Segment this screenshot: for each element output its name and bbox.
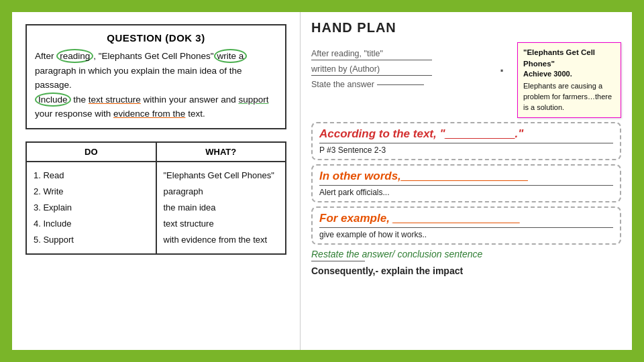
- table-row: 5. Support: [34, 232, 149, 248]
- according-label: According to the text, "___________.": [319, 127, 613, 141]
- top-section: After reading, "title" written by (Autho…: [311, 42, 621, 118]
- in-other-words-label: In other words,____________________: [319, 170, 613, 183]
- according-underline: [319, 143, 613, 143]
- according-section: According to the text, "___________." P …: [311, 122, 621, 160]
- for-example-label: For example, ____________________: [319, 212, 613, 225]
- what-column-header: WHAT?: [157, 143, 286, 161]
- right-panel: HAND PLAN After reading, "title" written…: [301, 12, 632, 350]
- support-text: support: [238, 95, 268, 105]
- table-row: 2. Write: [34, 184, 149, 200]
- in-other-words-section: In other words,____________________ Aler…: [311, 164, 621, 202]
- do-what-table: DO WHAT? 1. Read 2. Write 3. Explain 4. …: [25, 141, 286, 255]
- restate-label: Restate the answer/ conclusion sentence: [311, 249, 621, 259]
- consequently-line: [311, 261, 365, 261]
- hand-plan-title: HAND PLAN: [311, 20, 621, 36]
- write-circle: write a: [214, 49, 248, 63]
- evidence-text: evidence from the: [113, 109, 185, 119]
- table-header: DO WHAT?: [27, 143, 285, 162]
- table-row: 3. Explain: [34, 200, 149, 216]
- question-box: QUESTION (DOK 3) After reading, "Elephan…: [25, 24, 286, 129]
- for-example-underline: [319, 227, 613, 228]
- sticky-note: "Elephants Get Cell Phones" Achieve 3000…: [517, 42, 621, 118]
- table-row: paragraph: [164, 184, 279, 200]
- state-answer-line: State the answer: [311, 80, 493, 89]
- table-body: 1. Read 2. Write 3. Explain 4. Include 5…: [27, 162, 285, 253]
- include-circle: Include: [35, 93, 71, 107]
- do-column-header: DO: [27, 143, 157, 161]
- question-text: After reading, "Elephants Get Cell Phone…: [35, 49, 277, 121]
- intro-line-2: written by (Author): [311, 64, 432, 76]
- state-answer-underline: [377, 84, 424, 85]
- intro-lines: After reading, "title" written by (Autho…: [311, 42, 493, 89]
- sticky-subtitle: Achieve 3000.: [523, 69, 615, 80]
- table-row: 4. Include: [34, 216, 149, 232]
- for-example-section: For example, ____________________ give e…: [311, 206, 621, 245]
- consequently-text: Consequently,- explain the impact: [311, 265, 621, 276]
- reading-circle: reading: [56, 49, 93, 63]
- table-row: "Elephants Get Cell Phones": [164, 168, 279, 184]
- sticky-body: Elephants are causing a problem for farm…: [523, 81, 615, 113]
- what-items: "Elephants Get Cell Phones" paragraph th…: [157, 162, 286, 253]
- question-title: QUESTION (DOK 3): [35, 32, 277, 44]
- according-sub: P #3 Sentence 2-3: [319, 145, 613, 155]
- intro-line-1: After reading, "title": [311, 49, 432, 60]
- left-panel: QUESTION (DOK 3) After reading, "Elephan…: [12, 12, 301, 350]
- bottom-section: Restate the answer/ conclusion sentence …: [311, 249, 621, 276]
- table-row: the main idea: [164, 200, 279, 216]
- in-other-words-underline: [319, 185, 613, 186]
- in-other-words-sub: Alert park officials...: [319, 188, 613, 197]
- bullet-dot: ·: [493, 42, 511, 80]
- sticky-title: "Elephants Get Cell Phones": [523, 47, 615, 69]
- table-row: with evidence from the text: [164, 232, 279, 248]
- for-example-sub: give example of how it works..: [319, 230, 613, 239]
- table-row: text structure: [164, 216, 279, 232]
- text-structure-text: text structure: [89, 95, 141, 105]
- do-items: 1. Read 2. Write 3. Explain 4. Include 5…: [27, 162, 157, 253]
- state-answer-label: State the answer: [311, 80, 374, 89]
- table-row: 1. Read: [34, 168, 149, 184]
